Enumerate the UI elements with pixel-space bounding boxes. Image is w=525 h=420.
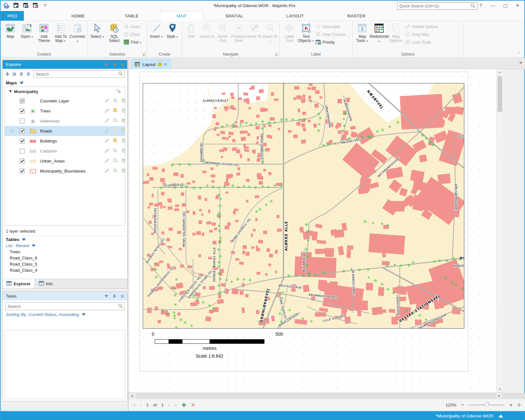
ribbon-button-cosmetic[interactable]: Cosmetic ▼ [69, 21, 86, 44]
edit-layer-icon[interactable] [105, 118, 110, 124]
expand-layer-icon[interactable] [11, 129, 14, 133]
dialog-launcher-icon[interactable] [274, 53, 278, 56]
quick-search-box[interactable] [397, 2, 478, 10]
pin-icon[interactable] [113, 294, 116, 298]
next-page-icon[interactable]: › [168, 402, 170, 408]
panel-tab-info[interactable]: iInfo [35, 279, 57, 289]
collapse-tables-icon[interactable] [22, 238, 26, 241]
tables-section-header[interactable]: Tables [3, 236, 127, 243]
map-frame[interactable]: ALØKKEVÆNGETLØKKEMARKENALØKKEHAVENNÆSBYV… [143, 83, 464, 329]
edit-layer-icon[interactable] [105, 158, 110, 164]
close-panel-icon[interactable] [121, 295, 124, 298]
collapse-node-icon[interactable] [9, 90, 11, 93]
scroll-down-icon[interactable]: ▼ [497, 386, 503, 392]
ribbon-button-select[interactable]: Select ▼ [89, 21, 106, 39]
edit-layer-icon[interactable] [105, 138, 110, 144]
close-window-icon[interactable] [32, 2, 39, 9]
layer-visibility-checkbox[interactable] [20, 99, 25, 103]
layer-row-cosmetic-layer[interactable]: Cosmetic Layer [5, 96, 125, 106]
status-expand-icon[interactable] [499, 415, 503, 417]
previous-page-icon[interactable]: ‹ [140, 402, 142, 408]
panel-menu-icon[interactable] [105, 295, 108, 298]
tab-layout[interactable]: Layout ✕ [131, 59, 171, 69]
table-item-road-class-5[interactable]: Road_Class_5 [3, 261, 127, 267]
layer-selectable-icon[interactable] [113, 158, 118, 164]
scroll-up-icon[interactable]: ▲ [497, 69, 503, 75]
horizontal-scrollbar[interactable]: ◀ ▶ [129, 392, 502, 399]
layer-visibility-checkbox[interactable] [20, 129, 25, 133]
explorer-search-box[interactable] [33, 70, 125, 78]
layer-visibility-checkbox[interactable] [20, 139, 25, 143]
minimize-button[interactable]: — [489, 2, 497, 9]
layer-zoom-range-icon[interactable] [121, 108, 125, 114]
layer-zoom-range-icon[interactable] [121, 168, 125, 174]
ribbon-tab-layout[interactable]: LAYOUT [275, 11, 315, 21]
ribbon-button-redistricter[interactable]: Redistricter ▼ [371, 21, 387, 44]
maps-section-header[interactable]: Maps [3, 79, 127, 86]
edit-layer-icon[interactable] [105, 168, 110, 174]
last-page-icon[interactable]: » [174, 402, 177, 408]
move-down-icon[interactable] [26, 72, 31, 76]
layer-zoom-range-icon[interactable] [121, 98, 125, 104]
vertical-scroll-thumb[interactable] [498, 76, 502, 112]
dialog-launcher-icon[interactable] [142, 53, 145, 56]
search-icon[interactable] [118, 71, 124, 77]
layer-visibility-checkbox[interactable] [20, 149, 25, 153]
zoom-out-button[interactable]: − [461, 402, 464, 408]
layout-canvas[interactable]: ALØKKEVÆNGETLØKKEMARKENALØKKEHAVENNÆSBYV… [129, 69, 497, 392]
ribbon-button-map-tools[interactable]: Map Tools ▼ [354, 21, 371, 43]
pin-icon[interactable] [113, 63, 116, 66]
collapse-ribbon-icon[interactable]: ⌃ [518, 52, 520, 56]
layer-zoom-range-icon[interactable] [121, 148, 125, 154]
move-up-icon[interactable] [19, 72, 24, 76]
ribbon-tab-raster[interactable]: RASTER [336, 11, 376, 21]
layer-selectable-icon[interactable] [113, 128, 118, 134]
ribbon-button-open[interactable]: Open ▼ [19, 21, 36, 39]
layer-selectable-icon[interactable] [113, 168, 118, 174]
layer-selectable-icon[interactable] [113, 108, 118, 114]
window-list-icon[interactable] [519, 62, 522, 64]
layer-row-trees[interactable]: Trees [5, 106, 125, 116]
add-page-icon[interactable]: ✚ [181, 402, 186, 409]
zoom-slider[interactable] [468, 404, 505, 405]
first-page-icon[interactable]: « [133, 402, 136, 408]
table-item-road-class-4[interactable]: Road_Class_4 [3, 267, 127, 273]
tasks-search-input[interactable] [5, 304, 118, 309]
map-node-municipality[interactable]: Municipality [5, 87, 125, 96]
ribbon-button-add-theme[interactable]: Add Theme [36, 21, 52, 43]
ribbon-tab-spatial[interactable]: SPATIAL [214, 11, 254, 21]
layer-zoom-range-icon[interactable] [121, 138, 125, 144]
layer-selectable-icon[interactable] [113, 118, 118, 124]
layer-selectable-icon[interactable] [113, 138, 118, 144]
maximize-button[interactable]: ▢ [502, 2, 509, 9]
ribbon-button-find[interactable]: Find ▼ [123, 38, 142, 46]
table-list-mode[interactable]: List : Recent [3, 243, 127, 249]
scroll-right-icon[interactable]: ▶ [496, 393, 502, 399]
fit-page-icon[interactable]: ✛ [517, 402, 521, 408]
panel-tab-explorer[interactable]: Explorer [3, 279, 35, 289]
layer-row-urban-areas[interactable]: Urban_Areas [5, 156, 125, 166]
zoom-in-button[interactable]: + [509, 402, 512, 408]
edit-layer-icon[interactable] [105, 98, 110, 104]
table-item-trees[interactable]: Trees [3, 249, 127, 255]
add-icon[interactable] [5, 72, 10, 76]
labels-off-icon[interactable] [116, 89, 121, 94]
save-window-icon[interactable] [23, 2, 29, 9]
ribbon-tab-pro[interactable]: PRO [1, 11, 24, 21]
edit-layer-icon[interactable] [105, 108, 110, 114]
ribbon-button-add-to-map[interactable]: Add To Map ▼ [52, 21, 69, 43]
layer-row-cadastre[interactable]: Cadastre [5, 146, 125, 156]
ribbon-tab-table[interactable]: TABLE [116, 11, 147, 21]
scroll-left-icon[interactable]: ◀ [129, 393, 135, 399]
quick-search-input[interactable] [397, 4, 470, 8]
close-tab-icon[interactable]: ✕ [164, 62, 167, 67]
layer-zoom-range-icon[interactable] [121, 158, 125, 164]
layer-visibility-checkbox[interactable] [20, 169, 25, 173]
ribbon-button-map[interactable]: Map [2, 21, 19, 39]
layer-row-addresses[interactable]: Addresses [5, 116, 125, 126]
panel-menu-icon[interactable] [105, 63, 108, 66]
close-panel-icon[interactable] [121, 63, 124, 66]
search-icon[interactable] [118, 303, 124, 310]
tasks-search-box[interactable] [5, 302, 125, 310]
layer-zoom-range-icon[interactable] [121, 118, 125, 124]
